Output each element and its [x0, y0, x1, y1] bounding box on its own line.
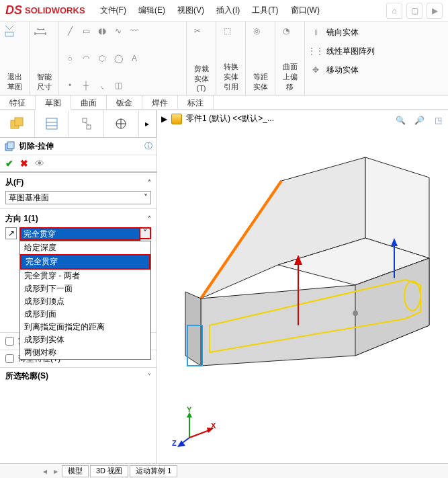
svg-rect-3	[15, 118, 23, 126]
offset-label[interactable]: 等距实体	[250, 72, 271, 92]
centerline-icon[interactable]: ┼	[79, 79, 93, 92]
featuremanager-icon[interactable]	[0, 110, 35, 137]
doc-icon[interactable]: ▢	[406, 3, 422, 19]
configmanager-icon[interactable]	[69, 110, 104, 137]
logo-mark: DS	[5, 3, 22, 17]
breadcrumb-arrow-icon[interactable]: ▶	[161, 114, 167, 124]
pattern-icon[interactable]: ⋮⋮	[309, 44, 322, 58]
breadcrumb-text[interactable]: 零件1 (默认) <<默认>_...	[186, 113, 274, 124]
curve-offset-icon[interactable]: ◔	[279, 24, 293, 38]
tab-scroll-left-icon[interactable]: ◂	[40, 467, 50, 476]
axis-z: Z	[172, 439, 177, 447]
opt-midplane[interactable]: 两侧对称	[20, 346, 150, 359]
contour-expand-icon[interactable]: ˅	[148, 372, 151, 380]
axis-y: Y	[187, 405, 191, 413]
text-icon[interactable]: A	[128, 52, 141, 65]
svg-line-9	[85, 122, 89, 125]
tab-feature[interactable]: 特征	[0, 95, 36, 109]
from-label: 从(F)	[5, 177, 24, 188]
svg-text:⟷: ⟷	[37, 26, 45, 32]
from-select[interactable]: 草图基准面˅	[5, 191, 151, 204]
svg-rect-7	[83, 118, 87, 122]
menu-insert[interactable]: 插入(I)	[214, 5, 242, 16]
propertymanager-icon[interactable]	[35, 110, 70, 137]
exit-sketch-label[interactable]: 退出草图	[4, 72, 25, 92]
app-logo: DS SOLIDWORKS	[5, 3, 85, 17]
move-label[interactable]: 移动实体	[326, 65, 359, 76]
tab-annotate[interactable]: 标注	[178, 95, 214, 109]
axis-x: X	[211, 422, 216, 430]
line-icon[interactable]: ╱	[63, 24, 77, 38]
dir2-checkbox[interactable]	[5, 337, 14, 346]
tab-surface[interactable]: 曲面	[71, 95, 107, 109]
dimxpert-icon[interactable]	[104, 110, 139, 137]
opt-up-to-vertex[interactable]: 成形到顶点	[20, 295, 150, 308]
offset-icon[interactable]: ◎	[250, 24, 263, 38]
menu-view[interactable]: 视图(V)	[175, 5, 207, 16]
trim-label[interactable]: 剪裁实体(T)	[191, 64, 212, 92]
dir1-label: 方向 1(1)	[5, 213, 38, 225]
from-collapse-icon[interactable]: ˄	[148, 179, 151, 186]
exit-sketch-icon[interactable]	[4, 24, 17, 38]
tab-sketch[interactable]: 草图	[36, 95, 71, 110]
tab-sheetmetal[interactable]: 钣金	[107, 95, 142, 109]
tab-scroll-right-icon[interactable]: ▸	[51, 467, 60, 476]
polygon-icon[interactable]: ⬡	[95, 52, 109, 65]
svg-rect-8	[87, 125, 91, 129]
rect-icon[interactable]: ▭	[79, 24, 93, 38]
smart-dim-label[interactable]: 智能尺寸	[34, 72, 54, 92]
pattern-label[interactable]: 线性草图阵列	[326, 46, 375, 57]
ellipse-icon[interactable]: ◯	[111, 52, 125, 65]
opt-up-to-surface[interactable]: 成形到面	[20, 308, 150, 321]
view-triad[interactable]: Y X Z	[177, 409, 218, 450]
trim-icon[interactable]: ✂	[191, 24, 204, 38]
opt-up-to-body[interactable]: 成形到实体	[20, 333, 150, 346]
btab-motion[interactable]: 运动算例 1	[130, 465, 177, 477]
fillet-icon[interactable]: ◟	[95, 79, 109, 92]
ok-button[interactable]: ✔	[5, 158, 13, 169]
slot-icon[interactable]: ◖◗	[95, 24, 109, 38]
svg-point-29	[353, 311, 358, 316]
plane-icon[interactable]: ◫	[111, 79, 125, 92]
tab-weldment[interactable]: 焊件	[142, 95, 178, 109]
panel-expand-icon[interactable]: ▸	[139, 110, 156, 137]
move-icon[interactable]: ✥	[309, 63, 322, 77]
point-icon[interactable]: •	[63, 79, 77, 92]
thin-checkbox[interactable]	[5, 354, 14, 363]
menu-tools[interactable]: 工具(T)	[249, 5, 281, 16]
graphics-area[interactable]: ▶ 零件1 (默认) <<默认>_... 🔍 🔎 ◳	[157, 110, 448, 463]
curve-offset-label[interactable]: 曲面上偏移	[279, 62, 300, 92]
menu-window[interactable]: 窗口(W)	[288, 5, 322, 16]
feature-title: 切除-拉伸	[19, 141, 54, 152]
menu-edit[interactable]: 编辑(E)	[136, 5, 168, 16]
cut-extrude-icon	[4, 141, 15, 152]
opt-up-to-next[interactable]: 成形到下一面	[20, 282, 150, 295]
contour-label: 所选轮廓(S)	[5, 370, 48, 382]
btab-model[interactable]: 模型	[62, 465, 89, 477]
menu-file[interactable]: 文件(F)	[97, 5, 129, 16]
curve-icon[interactable]: 〰	[128, 24, 141, 38]
dir1-select[interactable]: 完全贯穿	[19, 227, 140, 241]
opt-blind[interactable]: 给定深度	[20, 241, 150, 254]
arc-icon[interactable]: ◠	[79, 52, 93, 65]
svg-rect-0	[5, 32, 13, 36]
open-icon[interactable]: ▶	[427, 3, 443, 19]
cancel-button[interactable]: ✖	[20, 158, 28, 169]
smart-dim-icon[interactable]: ⟷	[34, 24, 47, 38]
convert-label[interactable]: 转换实体引用	[220, 62, 241, 92]
opt-through-both[interactable]: 完全贯穿 - 两者	[20, 270, 150, 282]
reverse-direction-icon[interactable]: ↗	[5, 227, 17, 239]
dir1-dropdown-icon[interactable]: ˅	[139, 227, 151, 239]
home-icon[interactable]: ⌂	[386, 3, 402, 19]
opt-through-all[interactable]: 完全贯穿	[20, 254, 150, 270]
mirror-icon[interactable]: ⦀	[309, 26, 322, 39]
dir1-collapse-icon[interactable]: ˄	[148, 215, 151, 223]
mirror-label[interactable]: 镜向实体	[326, 27, 359, 38]
opt-offset-from-surface[interactable]: 到离指定面指定的距离	[20, 321, 150, 333]
spline-icon[interactable]: ∿	[111, 24, 125, 38]
preview-icon[interactable]: 👁	[35, 158, 44, 169]
btab-3dview[interactable]: 3D 视图	[90, 465, 128, 477]
circle-icon[interactable]: ○	[63, 52, 77, 65]
convert-icon[interactable]: ⬚	[220, 24, 234, 38]
help-icon[interactable]: ⓘ	[144, 141, 152, 152]
